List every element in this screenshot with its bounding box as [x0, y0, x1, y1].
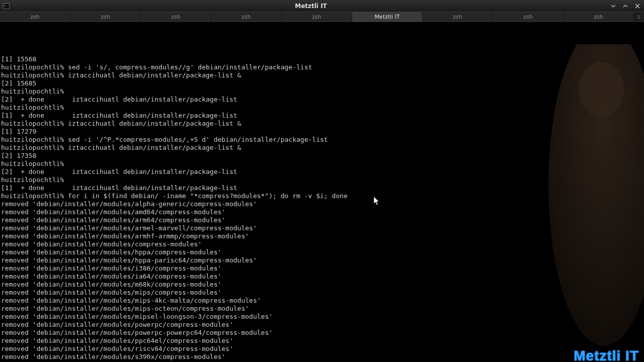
- terminal-pane[interactable]: [1] 15568huitzilopochtli% sed -i 's/, co…: [0, 22, 644, 362]
- tabbar: zsh zsh zsh zsh zsh Metztli IT zsh zsh z…: [0, 12, 644, 22]
- terminal-line: [1] 15568: [1, 55, 643, 63]
- terminal-line: huitzilopochtli% iztaccihuatl debian/ins…: [1, 120, 643, 128]
- terminal-line: [2] 15685: [1, 79, 643, 87]
- tab-metztli-it[interactable]: Metztli IT: [352, 12, 423, 22]
- tab-label: zsh: [312, 14, 321, 20]
- tab-zsh[interactable]: zsh: [493, 12, 564, 22]
- terminal-line: removed 'debian/installer/modules/alpha-…: [1, 200, 643, 208]
- terminal-line: huitzilopochtli% sed -i '/^P.*compress-m…: [1, 136, 643, 144]
- terminal-line: removed 'debian/installer/modules/s390x/…: [1, 353, 643, 361]
- tab-zsh[interactable]: zsh: [564, 12, 634, 22]
- tab-label: zsh: [242, 14, 251, 20]
- terminal-line: huitzilopochtli%: [1, 176, 643, 184]
- terminal-line: removed 'debian/installer/modules/armel-…: [1, 224, 643, 232]
- tab-label: zsh: [453, 14, 462, 20]
- titlebar: Metztli IT: [0, 0, 644, 12]
- terminal-line: removed 'debian/installer/modules/i386/c…: [1, 264, 643, 273]
- tab-zsh[interactable]: zsh: [70, 12, 141, 22]
- terminal-line: huitzilopochtli%: [1, 104, 643, 112]
- tab-zsh[interactable]: zsh: [282, 12, 352, 22]
- tab-zsh[interactable]: zsh: [141, 12, 211, 22]
- svg-rect-1: [3, 4, 9, 9]
- maximize-button[interactable]: [621, 2, 630, 10]
- terminal-line: removed 'debian/installer/modules/hppa-p…: [1, 256, 643, 264]
- terminal-line: removed 'debian/installer/modules/mips/c…: [1, 289, 643, 297]
- terminal-line: [2] + done iztaccihuatl debian/installer…: [1, 96, 643, 104]
- tab-label: zsh: [171, 14, 180, 20]
- terminal-line: removed 'debian/installer/modules/ia64/c…: [1, 273, 643, 281]
- terminal-line: removed 'debian/installer/modules/mips-o…: [1, 305, 643, 313]
- terminal-line: removed 'debian/installer/modules/arm64/…: [1, 216, 643, 224]
- tab-label: zsh: [30, 14, 39, 20]
- terminal-line: [2] + done iztaccihuatl debian/installer…: [1, 168, 643, 176]
- terminal-line: removed 'debian/installer/modules/armhf-…: [1, 232, 643, 240]
- terminal-line: [1] + done iztaccihuatl debian/installer…: [1, 184, 643, 192]
- terminal-line: removed 'debian/installer/modules/mips-4…: [1, 297, 643, 305]
- window-controls: [609, 2, 642, 10]
- tab-label: Metztli IT: [374, 14, 399, 20]
- terminal-line: [1] 17279: [1, 128, 643, 136]
- terminal-line: removed 'debian/installer/modules/compre…: [1, 240, 643, 248]
- terminal-line: removed 'debian/installer/modules/powerp…: [1, 329, 643, 337]
- terminal-line: huitzilopochtli%: [1, 160, 643, 168]
- terminal-line: removed 'debian/installer/modules/powerp…: [1, 321, 643, 329]
- minimize-button[interactable]: [609, 2, 618, 10]
- terminal-line: removed 'debian/installer/modules/ppc64e…: [1, 337, 643, 345]
- terminal-line: huitzilopochtli% for i in $(find debian/…: [1, 192, 643, 200]
- terminal-line: huitzilopochtli%: [1, 87, 643, 96]
- tab-label: zsh: [594, 14, 603, 20]
- double-chevron-icon: [636, 15, 641, 20]
- terminal-line: huitzilopochtli% sed -i 's/, compress-mo…: [1, 63, 643, 71]
- tab-zsh[interactable]: zsh: [423, 12, 493, 22]
- terminal-line: removed 'debian/installer/modules/m68k/c…: [1, 281, 643, 289]
- tab-zsh[interactable]: zsh: [211, 12, 282, 22]
- new-tab-button[interactable]: [634, 12, 644, 22]
- terminal-line: removed 'debian/installer/modules/hppa/c…: [1, 248, 643, 256]
- tab-zsh[interactable]: zsh: [0, 12, 70, 22]
- tab-label: zsh: [523, 14, 532, 20]
- terminal-line: [2] 17358: [1, 152, 643, 160]
- terminal-line: removed 'debian/installer/modules/mipsel…: [1, 313, 643, 321]
- tab-label: zsh: [101, 14, 110, 20]
- terminal-line: removed 'debian/installer/modules/amd64/…: [1, 208, 643, 216]
- terminal-app-icon: [2, 2, 10, 10]
- terminal-line: removed 'debian/installer/modules/riscv6…: [1, 345, 643, 353]
- terminal-line: [1] + done iztaccihuatl debian/installer…: [1, 112, 643, 120]
- terminal-line: huitzilopochtli% iztaccihuatl debian/ins…: [1, 71, 643, 79]
- terminal-line: huitzilopochtli% iztaccihuatl debian/ins…: [1, 144, 643, 152]
- window-title: Metztli IT: [13, 3, 609, 10]
- close-button[interactable]: [633, 2, 642, 10]
